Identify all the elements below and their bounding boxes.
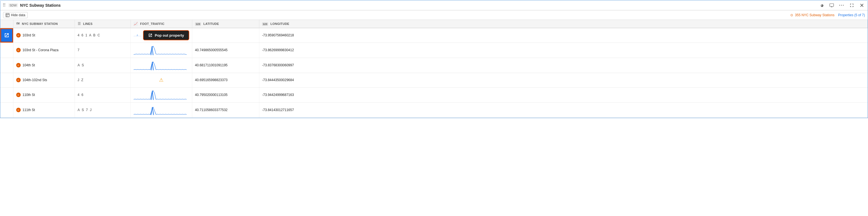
table-row: ⊙ 104th-102nd Sts J Z ⚠ 40.6951659988233… [0,73,868,87]
more-options-icon[interactable]: ··· [838,2,845,9]
sparkline-2 [133,44,187,56]
lines-cell-5: 4 6 [74,87,130,102]
num-lon-icon: 123 [262,22,268,26]
lon-cell-1: -73.95907569460218 [259,28,868,43]
traffic-cell-4: ⚠ [130,73,192,87]
drag-handle-icon: ⠿ [2,2,6,8]
expand-icon[interactable] [848,2,856,9]
th-latitude[interactable]: 123 LATITUDE [192,20,259,28]
tooltip-bubble: Pop out property [143,30,189,40]
pop-out-cell-icon[interactable] [0,28,13,43]
title-bar: ⠿ SDW NYC Subway Stations ··· [0,0,868,10]
svg-rect-0 [830,4,834,6]
th-traffic[interactable]: 📈 FOOT_TRAFFIC [130,20,192,28]
window-title: NYC Subway Stations [20,3,61,7]
th-lines[interactable]: ☰ LINES [74,20,130,28]
hide-data-button[interactable]: Hide data [3,12,28,18]
chart-th-icon: 📈 [133,22,138,26]
svg-rect-1 [6,14,9,17]
settings-icon[interactable] [818,2,825,9]
sdw-badge: SDW [8,3,18,7]
traffic-cell-1: Pop out property [130,28,192,43]
action-cell-5 [0,87,13,102]
lon-cell-6: -73.84143012711657 [259,102,868,117]
lon-cell-5: -73.94424999687163 [259,87,868,102]
lat-cell-1 [192,28,259,43]
table-row: ⊙ 103rd St 4 6 1 A B C [0,28,868,43]
hide-data-label: Hide data [11,13,25,17]
sparkline-5 [133,89,187,101]
traffic-cell-3 [130,58,192,73]
lat-cell-6: 40.711058603377532 [192,102,259,117]
action-cell-6 [0,102,13,117]
lat-cell-2: 40.749865000555545 [192,43,259,58]
lon-cell-3: -73.83768300060997 [259,58,868,73]
station-cell-2: ⊙ 103rd St - Corona Plaza [13,43,74,58]
table-row: ⊙ 110th St 4 6 40.79502000 [0,87,868,102]
lon-cell-2: -73.86269999830412 [259,43,868,58]
station-cell-5: ⊙ 110th St [13,87,74,102]
lines-cell-1: 4 6 1 A B C [74,28,130,43]
data-table: 🗺 NYC SUBWAY STATION ☰ LINES 📈 FOOT_TRAF… [0,20,868,118]
th-station[interactable]: 🗺 NYC SUBWAY STATION [13,20,74,28]
station-count: ⊙ 355 NYC Subway Stations [790,13,835,17]
table-header-row: 🗺 NYC SUBWAY STATION ☰ LINES 📈 FOOT_TRAF… [0,20,868,28]
traffic-cell-5 [130,87,192,102]
sparkline-1 [133,29,142,41]
lon-cell-4: -73.84443500029684 [259,73,868,87]
action-cell-2 [0,43,13,58]
table-row: ⊙ 111th St A S 7 J 40.71 [0,102,868,117]
close-icon[interactable] [858,2,866,9]
th-action [0,20,13,28]
tooltip-container: Pop out property [133,29,189,41]
lat-cell-3: 40.681711001091195 [192,58,259,73]
sparkline-6 [133,104,187,115]
station-icon-5: ⊙ [16,92,21,97]
station-icon-4: ⊙ [16,78,21,82]
action-cell-4 [0,73,13,87]
properties-link[interactable]: Properties (5 of 7) [838,13,865,17]
table-row: ⊙ 103rd St - Corona Plaza 7 [0,43,868,58]
th-longitude[interactable]: 123 LONGITUDE [259,20,868,28]
lines-cell-2: 7 [74,43,130,58]
station-icon-1: ⊙ [16,33,21,37]
station-icon-2: ⊙ [16,48,21,52]
monitor-icon[interactable] [828,2,835,9]
station-cell-1: ⊙ 103rd St [13,28,74,43]
lines-cell-4: J Z [74,73,130,87]
warning-icon: ⚠ [159,77,163,83]
sparkline-3 [133,59,187,71]
station-cell-4: ⊙ 104th-102nd Sts [13,73,74,87]
map-th-icon: 🗺 [16,22,20,26]
toolbar: Hide data ⊙ 355 NYC Subway Stations Prop… [0,10,868,20]
lines-cell-3: A S [74,58,130,73]
lat-cell-5: 40.795020000113105 [192,87,259,102]
action-cell-3 [0,58,13,73]
tooltip-pop-icon [148,33,153,37]
lines-cell-6: A S 7 J [74,102,130,117]
action-cell-1[interactable] [0,28,13,43]
station-cell-3: ⊙ 104th St [13,58,74,73]
tooltip-label: Pop out property [155,33,184,37]
traffic-cell-2 [130,43,192,58]
station-cell-6: ⊙ 111th St [13,102,74,117]
list-th-icon: ☰ [78,22,81,26]
traffic-cell-6 [130,102,192,117]
table-row: ⊙ 104th St A S 40.68171100 [0,58,868,73]
station-icon-3: ⊙ [16,63,21,68]
station-icon: ⊙ [790,13,793,17]
lat-cell-4: 40.695165998823373 [192,73,259,87]
station-icon-6: ⊙ [16,108,21,112]
num-lat-icon: 123 [195,22,201,26]
